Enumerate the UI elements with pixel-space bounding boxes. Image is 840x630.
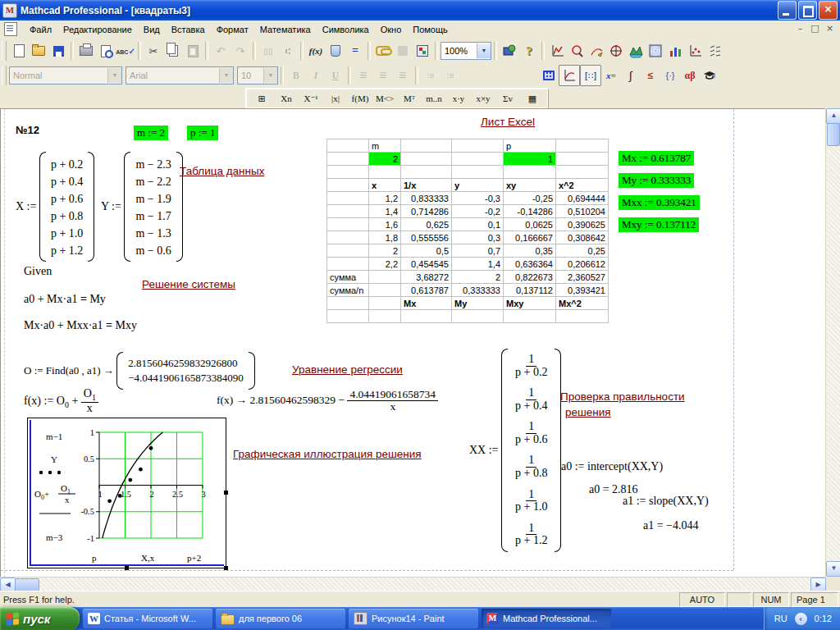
excel-component[interactable]: mp21x1/xyxyx^21,20,833333-0,3-0,250,6944… xyxy=(326,139,609,323)
horizontal-scroll-thumb[interactable] xyxy=(15,578,39,591)
zoom-dropdown-arrow-icon[interactable]: ▼ xyxy=(477,43,491,58)
size-dropdown-arrow-icon[interactable]: ▼ xyxy=(263,68,277,83)
style-select[interactable]: Normal ▼ xyxy=(9,66,122,84)
menu-item[interactable]: Редактирование xyxy=(57,23,138,36)
print-button[interactable] xyxy=(76,41,96,61)
menu-item[interactable]: Символика xyxy=(317,23,375,36)
matrix-toolbar-button[interactable]: M<> xyxy=(372,91,397,107)
doc-close-icon[interactable]: × xyxy=(823,23,837,35)
graphic-illustration-link[interactable]: Графическая иллюстрация решения xyxy=(233,448,422,460)
trace-button[interactable] xyxy=(587,41,606,61)
align-across-button[interactable]: ▯▯ xyxy=(258,41,278,61)
scroll-up-icon[interactable]: ▲ xyxy=(826,108,840,124)
matrix-toolbar-button[interactable]: Xn xyxy=(274,91,299,107)
font-size-select[interactable]: 10 ▼ xyxy=(237,66,278,84)
menu-item[interactable]: Формат xyxy=(211,23,254,36)
programming-palette-button[interactable]: {·} xyxy=(660,66,680,85)
start-button[interactable]: пуск xyxy=(0,607,80,630)
p-assignment-region[interactable]: p := 1 xyxy=(187,126,218,140)
matrix-toolbar-button[interactable]: ▦ xyxy=(520,91,545,107)
zoom-plot-button[interactable] xyxy=(567,41,587,61)
graph-palette-button[interactable] xyxy=(559,65,580,86)
xy-plot-button[interactable] xyxy=(547,41,567,61)
f-definition-region[interactable]: f(x) := O0 + O1x xyxy=(24,388,98,415)
matrix-toolbar-button[interactable]: ⊞ xyxy=(249,91,274,107)
vector-field-button[interactable] xyxy=(705,41,724,61)
matrix-toolbar-button[interactable]: Σv xyxy=(495,91,520,107)
regression-link[interactable]: Уравнение регрессии xyxy=(292,363,403,376)
given-keyword[interactable]: Given xyxy=(24,265,52,278)
font-dropdown-arrow-icon[interactable]: ▼ xyxy=(219,68,233,83)
taskbar-task-mathcad[interactable]: MMathcad Professional... xyxy=(482,609,611,628)
mean-result-region[interactable]: Mxx := 0.393421 xyxy=(619,195,700,210)
doc-minimize-icon[interactable]: – xyxy=(793,23,807,35)
calculate-button[interactable]: = xyxy=(345,41,365,61)
align-right-button[interactable]: ≡ xyxy=(393,66,413,85)
excel-sheet-link[interactable]: Лист Excel xyxy=(481,116,535,128)
cut-button[interactable]: ✂ xyxy=(144,41,163,61)
intercept-def-region[interactable]: a0 := intercept(XX,Y) xyxy=(561,460,663,473)
resize-handle-bottom[interactable] xyxy=(125,566,129,570)
menu-item[interactable]: Вставка xyxy=(166,23,211,36)
resize-handle-right[interactable] xyxy=(224,491,228,495)
x-vector-region[interactable]: X := p + 0.2p + 0.4p + 0.6p + 0.8p + 1.0… xyxy=(16,152,94,262)
number-list-button[interactable]: ⁝≡ xyxy=(441,66,460,85)
menu-item[interactable]: Вид xyxy=(138,23,166,36)
style-dropdown-arrow-icon[interactable]: ▼ xyxy=(107,68,121,83)
matrix-palette-button[interactable]: [∷] xyxy=(580,65,601,86)
find-region[interactable]: O := Find(a0 , a1) → 2.81560462598329268… xyxy=(24,352,255,390)
redo-button[interactable]: ↷ xyxy=(231,41,250,61)
bullet-list-button[interactable]: ⁝≡ xyxy=(421,66,441,85)
matrix-toolbar-button[interactable]: Mᵀ xyxy=(397,91,422,107)
save-button[interactable] xyxy=(48,41,68,61)
minimize-button[interactable] xyxy=(778,1,797,20)
align-down-button[interactable]: ⑆ xyxy=(278,41,298,61)
menu-item[interactable]: Файл xyxy=(24,23,57,36)
bar-plot-3d-button[interactable] xyxy=(665,41,685,61)
matrix-toolbar-button[interactable]: f(M) xyxy=(348,91,372,107)
close-button[interactable]: × xyxy=(819,1,838,20)
taskbar-task-word[interactable]: WСтатья - Microsoft W... xyxy=(83,609,212,628)
symbolic-palette-button[interactable] xyxy=(700,66,719,85)
boolean-palette-button[interactable]: ≤ xyxy=(641,66,660,85)
scroll-down-icon[interactable]: ▼ xyxy=(826,561,840,577)
menu-item[interactable]: Помощь xyxy=(407,23,454,36)
greek-palette-button[interactable]: αβ xyxy=(680,66,700,85)
align-left-button[interactable]: ≡ xyxy=(354,66,373,85)
tray-chevron-icon[interactable]: ‹ xyxy=(795,613,807,625)
matrix-toolbar-button[interactable]: m..n xyxy=(422,91,446,107)
bold-button[interactable]: B xyxy=(286,66,306,85)
resource-center-button[interactable] xyxy=(500,41,519,61)
worksheet[interactable]: №12 m := 2 p := 1 X := p + 0.2p + 0.4p +… xyxy=(0,108,827,578)
slope-def-region[interactable]: a1 := slope(XX,Y) xyxy=(623,495,709,508)
equation-1-region[interactable]: a0 + Mx·a1 = My xyxy=(24,293,106,306)
undo-button[interactable]: ↶ xyxy=(211,41,231,61)
doc-restore-icon[interactable]: □ xyxy=(808,23,822,35)
paste-button[interactable] xyxy=(183,41,203,61)
menu-item[interactable]: Математика xyxy=(254,23,317,36)
font-select[interactable]: Arial ▼ xyxy=(126,66,234,84)
m-assignment-region[interactable]: m := 2 xyxy=(134,126,168,140)
system-solution-link[interactable]: Решение системы xyxy=(142,278,235,290)
polar-plot-button[interactable] xyxy=(606,41,626,61)
help-button[interactable]: ? xyxy=(519,41,539,61)
hyperlink-button[interactable] xyxy=(373,41,393,61)
italic-button[interactable]: I xyxy=(306,66,326,85)
document-icon[interactable] xyxy=(4,22,17,36)
xy-plot-region[interactable]: 10.5-0.5-111.522.53m−1m−3YO0+O1xpX,xp+2 xyxy=(27,418,226,568)
zoom-select[interactable]: 100% ▼ xyxy=(441,42,491,60)
clock[interactable]: 0:12 xyxy=(815,614,832,623)
new-button[interactable] xyxy=(9,41,29,61)
matrix-toolbar-button[interactable]: |x| xyxy=(323,91,348,107)
insert-function-button[interactable]: f(x) xyxy=(306,41,326,61)
script-object-button[interactable] xyxy=(413,41,432,61)
calculator-palette-button[interactable] xyxy=(539,66,559,85)
f-result-region[interactable]: f(x) → 2.81560462598329 − 4.044190616587… xyxy=(217,389,438,413)
vertical-scroll-thumb[interactable] xyxy=(827,123,840,146)
open-button[interactable] xyxy=(29,41,48,61)
problem-number[interactable]: №12 xyxy=(16,124,39,136)
component-button[interactable] xyxy=(393,41,413,61)
y-vector-region[interactable]: Y := m − 2.3m − 2.2m − 1.9m − 1.7m − 1.3… xyxy=(101,152,183,262)
menu-item[interactable]: Окно xyxy=(375,23,408,36)
check-solution-link[interactable]: Проверка правильности решения xyxy=(560,389,685,420)
